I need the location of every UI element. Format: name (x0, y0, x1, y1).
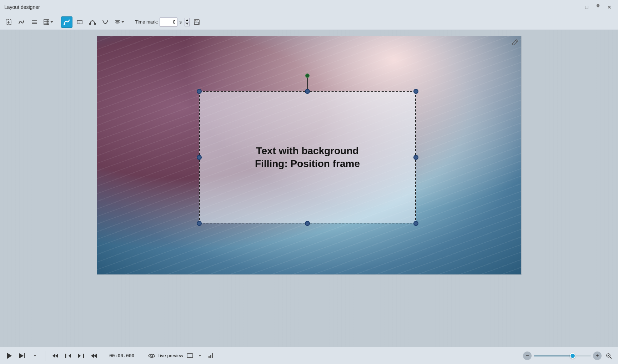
handle-middle-left[interactable] (197, 155, 202, 160)
pin-button[interactable] (594, 3, 602, 11)
rewind-icon (52, 353, 59, 359)
play-from-icon (19, 353, 26, 359)
grid-dropdown-chevron (50, 21, 53, 23)
selection-text-line2: Filling: Position frame (255, 157, 360, 170)
time-mark-input[interactable] (160, 17, 177, 27)
eye-icon (148, 353, 155, 358)
selection-rect: Text with background Filling: Position f… (199, 91, 416, 223)
svg-line-28 (516, 40, 517, 42)
select-icon (5, 19, 12, 25)
live-preview-label: Live preview (157, 353, 183, 358)
close-button[interactable]: ✕ (605, 3, 614, 11)
rewind-button[interactable] (50, 351, 60, 361)
handle-top-left[interactable] (197, 89, 202, 94)
bezier1-tool-button[interactable] (87, 16, 98, 28)
svg-marker-38 (94, 354, 97, 358)
title-bar: Layout designer □ ✕ (0, 0, 618, 14)
zoom-out-button[interactable]: − (523, 352, 532, 360)
zoom-minus-icon: − (526, 353, 529, 359)
rect-icon (76, 19, 83, 25)
playback-separator-1 (45, 351, 45, 361)
zoom-in-button[interactable]: + (593, 352, 602, 360)
title-bar-controls: □ ✕ (582, 3, 614, 11)
select-tool-button[interactable] (3, 16, 14, 28)
handle-bottom-left[interactable] (197, 221, 202, 226)
rotation-dot[interactable] (305, 74, 310, 78)
play-dropdown-chevron (34, 355, 36, 357)
monitor-button[interactable] (185, 351, 195, 360)
fast-forward-icon (91, 353, 97, 359)
play-icon (7, 353, 12, 359)
zoom-slider[interactable] (534, 355, 591, 357)
grid-tool-button[interactable] (41, 16, 55, 28)
svg-rect-45 (212, 353, 213, 358)
grid-icon (43, 19, 50, 25)
selection-box[interactable]: Text with background Filling: Position f… (199, 91, 416, 223)
svg-rect-25 (195, 20, 197, 21)
curve-icon (18, 19, 25, 25)
curve-tool-button[interactable] (16, 16, 27, 28)
stats-icon (208, 353, 214, 359)
svg-rect-23 (116, 24, 119, 24)
svg-point-39 (151, 355, 153, 357)
live-preview-dropdown-button[interactable] (197, 351, 203, 360)
bezier1-icon (89, 19, 96, 25)
step-back-icon (65, 353, 71, 359)
fast-forward-button[interactable] (89, 351, 99, 361)
align-dropdown-chevron (121, 21, 124, 23)
bezier2-tool-button[interactable] (100, 16, 111, 28)
zoom-search-icon (606, 353, 612, 359)
svg-rect-43 (208, 356, 210, 358)
rect-tool-button[interactable] (74, 16, 85, 28)
svg-rect-44 (210, 355, 211, 358)
selection-text: Text with background Filling: Position f… (255, 145, 360, 171)
selection-text-line1: Text with background (255, 145, 360, 157)
lines-tool-button[interactable] (29, 16, 40, 28)
pin-icon (596, 4, 601, 10)
handle-top-center[interactable] (305, 89, 310, 94)
time-mark-label: Time mark: (135, 19, 158, 25)
canvas-pen-icon[interactable] (511, 39, 518, 48)
canvas-wrapper[interactable]: Text with background Filling: Position f… (97, 36, 522, 275)
svg-marker-37 (91, 354, 94, 358)
zoom-controls: − + (523, 351, 614, 361)
align-icon (114, 19, 121, 25)
svg-rect-21 (116, 21, 119, 22)
time-mark-unit: s (180, 19, 182, 25)
toolbar-separator-2 (129, 18, 129, 26)
maximize-button[interactable]: □ (582, 3, 591, 11)
freehand-icon (63, 19, 70, 26)
svg-marker-33 (69, 354, 71, 358)
playback-bar: 00:00.000 Live preview (0, 347, 618, 364)
svg-rect-40 (187, 354, 193, 358)
playback-separator-2 (104, 351, 104, 361)
svg-line-47 (610, 357, 611, 358)
save-button[interactable] (191, 16, 202, 28)
step-back-button[interactable] (63, 351, 73, 361)
play-button[interactable] (4, 351, 14, 361)
svg-marker-31 (55, 354, 58, 358)
time-mark-spinner[interactable]: ▲ ▼ (185, 18, 190, 26)
app-title: Layout designer (4, 4, 40, 10)
play-from-button[interactable] (17, 351, 27, 361)
maximize-icon: □ (585, 4, 588, 10)
timecode-display: 00:00.000 (109, 353, 138, 358)
play-dropdown-button[interactable] (30, 351, 40, 361)
spin-down[interactable]: ▼ (185, 22, 190, 26)
zoom-plus-icon: + (596, 353, 599, 359)
toolbar: Time mark: s ▲ ▼ (0, 14, 618, 30)
handle-top-right[interactable] (413, 89, 418, 94)
handle-bottom-center[interactable] (305, 221, 310, 226)
playback-separator-3 (143, 351, 143, 361)
stats-button[interactable] (206, 351, 216, 361)
handle-bottom-right[interactable] (413, 221, 418, 226)
svg-point-14 (64, 24, 65, 25)
step-forward-button[interactable] (76, 351, 86, 361)
handle-middle-right[interactable] (413, 155, 418, 160)
zoom-search-button[interactable] (604, 351, 614, 361)
align-tool-button[interactable] (112, 16, 126, 28)
live-preview-section: Live preview (148, 351, 203, 360)
spin-up[interactable]: ▲ (185, 18, 190, 22)
svg-rect-9 (44, 20, 49, 25)
freehand-tool-button[interactable] (61, 16, 72, 28)
